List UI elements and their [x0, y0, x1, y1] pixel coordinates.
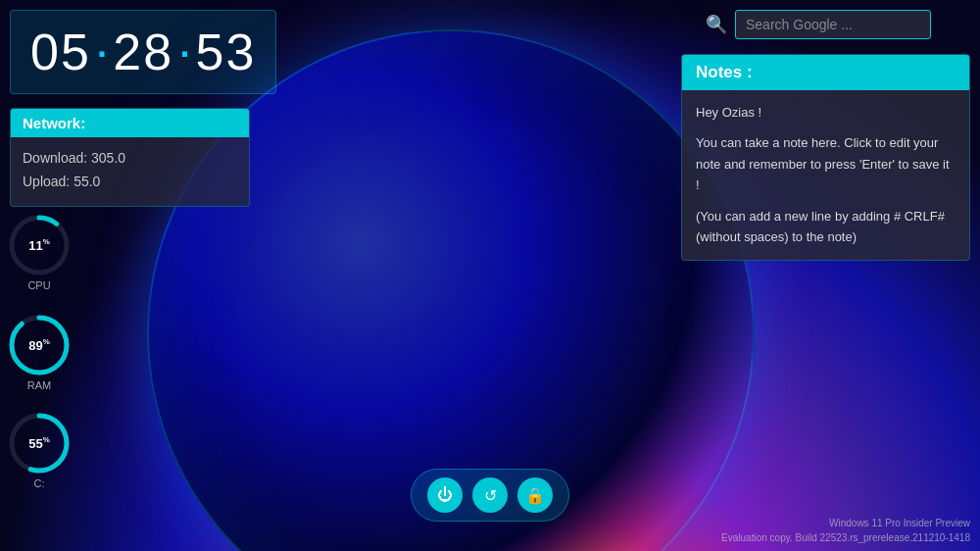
network-body: Download: 305.0 Upload: 55.0: [11, 137, 249, 194]
clock-seconds: 53: [196, 23, 257, 81]
build-line2: Evaluation copy. Build 22523.rs_prerelea…: [721, 530, 970, 545]
notes-line3: (You can add a new line by adding # CRLF…: [696, 206, 956, 248]
cpu-gauge-container: 11% CPU: [8, 214, 71, 291]
disk-label: C:: [8, 477, 71, 489]
cpu-value: 11%: [28, 238, 50, 251]
search-icon: 🔍: [706, 14, 727, 35]
cpu-label: CPU: [8, 279, 71, 291]
build-info: Windows 11 Pro Insider Preview Evaluatio…: [721, 516, 970, 545]
bottom-toolbar: ⏻ ↺ 🔒: [411, 469, 569, 522]
notes-line2: You can take a note here. Click to edit …: [696, 132, 956, 195]
ram-value: 89%: [28, 338, 50, 351]
download-value: 305.0: [91, 150, 125, 166]
notes-title: Notes :: [682, 55, 969, 90]
network-upload: Upload: 55.0: [23, 171, 237, 194]
disk-gauge: 55%: [8, 412, 71, 475]
clock-sep-1: ·: [95, 21, 109, 79]
disk-gauge-container: 55% C:: [8, 412, 71, 489]
upload-value: 55.0: [74, 174, 100, 189]
refresh-icon: ↺: [484, 486, 497, 505]
search-widget: 🔍: [706, 10, 931, 39]
ram-gauge-container: 89% RAM: [8, 314, 71, 391]
ram-label: RAM: [8, 379, 71, 391]
cpu-gauge: 11%: [8, 214, 71, 276]
disk-value: 55%: [28, 436, 50, 449]
clock-display: 05 · 28 · 53: [30, 21, 256, 83]
power-button[interactable]: ⏻: [427, 477, 463, 513]
clock-hours: 05: [30, 23, 91, 81]
build-line1: Windows 11 Pro Insider Preview: [721, 516, 970, 530]
network-widget: Network: Download: 305.0 Upload: 55.0: [10, 108, 250, 207]
search-input[interactable]: [735, 10, 931, 39]
lock-icon: 🔒: [525, 486, 545, 505]
refresh-button[interactable]: ↺: [472, 477, 508, 513]
ram-gauge: 89%: [8, 314, 71, 376]
clock-minutes: 28: [113, 23, 173, 81]
notes-body: Hey Ozias ! You can take a note here. Cl…: [682, 90, 969, 260]
upload-label: Upload:: [23, 174, 70, 189]
network-download: Download: 305.0: [23, 147, 237, 171]
network-title: Network:: [11, 109, 249, 137]
notes-line1: Hey Ozias !: [696, 102, 956, 123]
download-label: Download:: [23, 150, 87, 166]
notes-widget: Notes : Hey Ozias ! You can take a note …: [681, 54, 970, 261]
lock-button[interactable]: 🔒: [517, 477, 553, 513]
power-icon: ⏻: [437, 486, 453, 504]
clock-sep-2: ·: [177, 21, 191, 79]
clock-widget: 05 · 28 · 53: [10, 10, 276, 94]
